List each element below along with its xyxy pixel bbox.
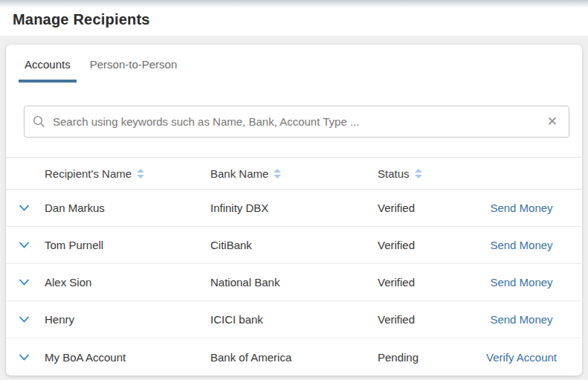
status-cell: Verified bbox=[378, 276, 461, 289]
bank-name-cell: National Bank bbox=[210, 276, 378, 289]
tab-accounts[interactable]: Accounts bbox=[19, 58, 77, 83]
search-input[interactable] bbox=[53, 106, 536, 137]
search-icon bbox=[33, 115, 45, 128]
verify-account-link[interactable]: Verify Account bbox=[486, 351, 557, 364]
column-header-recipient-name[interactable]: Recipient's Name bbox=[45, 167, 210, 180]
top-shadow-divider bbox=[0, 0, 588, 8]
sort-up-down-icon[interactable] bbox=[137, 169, 144, 178]
column-label: Recipient's Name bbox=[45, 167, 132, 180]
recipient-name-cell: My BoA Account bbox=[45, 351, 210, 364]
table-header-row: Recipient's Name Bank Name Status bbox=[6, 158, 582, 190]
chevron-down-icon bbox=[19, 205, 30, 211]
send-money-link[interactable]: Send Money bbox=[490, 202, 552, 214]
status-cell: Verified bbox=[378, 239, 461, 251]
table-row: Tom Purnell CitiBank Verified Send Money bbox=[6, 227, 582, 264]
sort-up-down-icon[interactable] bbox=[274, 169, 281, 178]
table-row: Alex Sion National Bank Verified Send Mo… bbox=[6, 264, 582, 301]
tab-bar: Accounts Person-to-Person bbox=[6, 45, 582, 83]
send-money-link[interactable]: Send Money bbox=[490, 239, 552, 251]
bank-name-cell: ICICI bank bbox=[210, 313, 378, 326]
table-row: My BoA Account Bank of America Pending V… bbox=[6, 338, 582, 376]
row-expand-toggle[interactable] bbox=[6, 279, 45, 286]
sort-up-down-icon[interactable] bbox=[415, 169, 422, 178]
status-cell: Pending bbox=[378, 351, 461, 364]
send-money-link[interactable]: Send Money bbox=[490, 276, 552, 289]
column-header-bank-name[interactable]: Bank Name bbox=[210, 167, 378, 180]
recipient-name-cell: Alex Sion bbox=[45, 276, 210, 289]
recipient-name-cell: Dan Markus bbox=[45, 202, 210, 214]
bank-name-cell: Bank of America bbox=[210, 351, 378, 364]
column-label: Status bbox=[378, 167, 410, 180]
row-expand-toggle[interactable] bbox=[6, 242, 45, 248]
column-label: Bank Name bbox=[210, 167, 268, 180]
chevron-down-icon bbox=[19, 279, 30, 286]
page-header: Manage Recipients bbox=[0, 8, 588, 36]
row-expand-toggle[interactable] bbox=[6, 354, 45, 361]
page-title: Manage Recipients bbox=[13, 11, 150, 28]
tab-person-to-person[interactable]: Person-to-Person bbox=[84, 58, 184, 83]
clear-search-icon[interactable]: ✕ bbox=[547, 115, 558, 128]
recipient-name-cell: Henry bbox=[45, 313, 210, 326]
row-expand-toggle[interactable] bbox=[6, 205, 45, 211]
status-cell: Verified bbox=[378, 313, 461, 326]
chevron-down-icon bbox=[19, 316, 30, 323]
bank-name-cell: Infinity DBX bbox=[210, 202, 378, 214]
recipients-card: Accounts Person-to-Person ✕ Recipient's … bbox=[6, 45, 582, 376]
recipient-name-cell: Tom Purnell bbox=[45, 239, 210, 251]
send-money-link[interactable]: Send Money bbox=[490, 313, 552, 326]
chevron-down-icon bbox=[19, 242, 30, 248]
chevron-down-icon bbox=[19, 354, 30, 361]
bank-name-cell: CitiBank bbox=[210, 239, 378, 251]
table-row: Henry ICICI bank Verified Send Money bbox=[6, 301, 582, 338]
row-expand-toggle[interactable] bbox=[6, 316, 45, 323]
table-row: Dan Markus Infinity DBX Verified Send Mo… bbox=[6, 190, 582, 227]
column-header-status[interactable]: Status bbox=[378, 167, 461, 180]
status-cell: Verified bbox=[378, 202, 461, 214]
content-area: Accounts Person-to-Person ✕ Recipient's … bbox=[0, 36, 588, 380]
search-box[interactable]: ✕ bbox=[24, 106, 569, 138]
